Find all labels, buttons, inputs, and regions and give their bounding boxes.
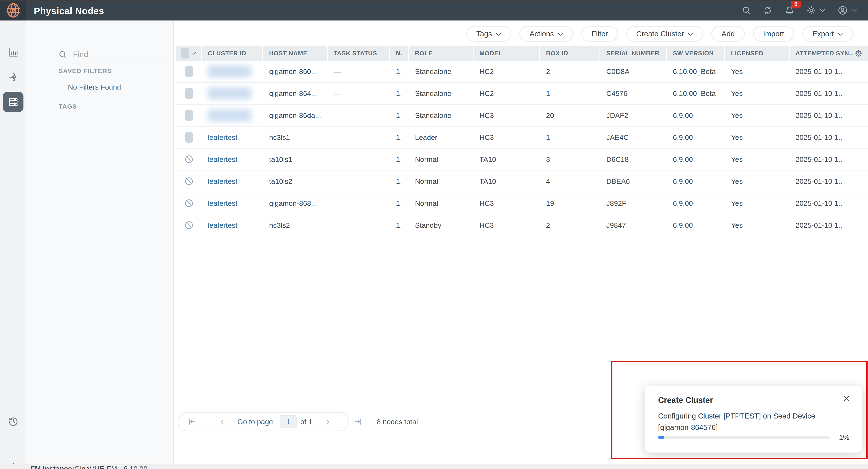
licensed-cell: Yes xyxy=(725,148,789,170)
col-header-n[interactable]: N. xyxy=(390,46,409,61)
cluster-id-link[interactable]: leafertest xyxy=(208,177,238,186)
model-cell: TA10 xyxy=(473,170,540,192)
fm-instance-text: FM Instance:GigaVUE-FM - 6.10.00 xyxy=(30,465,868,469)
history-icon[interactable] xyxy=(0,416,26,427)
physical-nodes-nav-selected[interactable] xyxy=(3,92,24,112)
next-page-button[interactable] xyxy=(324,418,332,426)
row-checkbox[interactable] xyxy=(185,66,193,77)
filter-button[interactable]: Filter xyxy=(581,26,618,42)
role-cell: Standalone xyxy=(409,61,473,82)
serial-number-cell: D6C18 xyxy=(600,148,667,170)
col-header-task-status[interactable]: TASK STATUS xyxy=(328,46,390,61)
blurred-cluster-id[interactable] xyxy=(208,88,251,99)
actions-button[interactable]: Actions xyxy=(519,26,573,42)
n-cell: 1. xyxy=(390,82,409,104)
col-header-serial-number[interactable]: SERIAL NUMBER xyxy=(600,46,667,61)
first-page-button[interactable] xyxy=(187,417,196,426)
notifications-bell-icon[interactable]: 5 xyxy=(785,5,795,15)
model-cell: HC3 xyxy=(473,105,540,126)
host-name-cell: ta10ls1 xyxy=(263,148,328,170)
column-settings-gear-icon[interactable] xyxy=(855,49,863,57)
export-button[interactable]: Export xyxy=(802,26,853,42)
model-cell: HC2 xyxy=(473,82,540,104)
col-header-cluster-id[interactable]: CLUSTER ID xyxy=(202,46,263,61)
toolbar: Tags Actions Filter Create Cluster Add I… xyxy=(466,26,853,42)
blurred-cluster-id[interactable] xyxy=(208,109,251,121)
sw-version-cell: 6.9.00 xyxy=(667,193,725,214)
page-number-input[interactable] xyxy=(280,415,297,429)
chevron-down-icon xyxy=(191,52,196,55)
search-icon[interactable] xyxy=(742,6,751,15)
traffic-split-icon[interactable] xyxy=(0,72,26,82)
n-cell: 1. xyxy=(390,214,409,236)
licensed-cell: Yes xyxy=(725,170,789,192)
box-id-cell: 1 xyxy=(540,127,600,148)
chevron-down-icon xyxy=(838,32,843,36)
box-id-cell: 1 xyxy=(540,82,600,104)
row-checkbox[interactable] xyxy=(185,110,193,121)
serial-number-cell: JAE4C xyxy=(600,127,667,148)
row-checkbox[interactable] xyxy=(185,132,193,143)
cluster-id-link[interactable]: leafertest xyxy=(208,155,238,164)
table-row: gigamon-860... — 1. Standalone HC2 2 C0D… xyxy=(176,61,868,82)
brightness-icon xyxy=(807,6,816,15)
chevron-down-icon xyxy=(558,32,563,36)
attempted-sync-cell: 2025-01-10 1.. xyxy=(789,127,868,148)
previous-page-button[interactable] xyxy=(218,418,226,426)
box-id-cell: 3 xyxy=(540,148,600,170)
import-button[interactable]: Import xyxy=(753,26,794,42)
dashboard-chart-icon[interactable] xyxy=(0,47,26,58)
licensed-cell: Yes xyxy=(725,105,789,126)
task-status-cell: — xyxy=(328,214,390,236)
theme-menu[interactable] xyxy=(807,6,825,15)
ban-icon xyxy=(184,199,194,208)
page-of-label: of 1 xyxy=(300,418,312,426)
refresh-icon[interactable] xyxy=(763,6,772,15)
add-button[interactable]: Add xyxy=(711,26,745,42)
col-header-model[interactable]: MODEL xyxy=(473,46,540,61)
no-filters-text: No Filters Found xyxy=(68,83,121,91)
user-menu[interactable] xyxy=(838,5,857,15)
col-header-attempted-sync[interactable]: ATTEMPTED SYN.. xyxy=(789,46,868,61)
close-icon[interactable] xyxy=(843,395,850,402)
select-all-checkbox[interactable] xyxy=(181,48,189,59)
serial-number-cell: J892F xyxy=(600,193,667,214)
cluster-id-link[interactable]: leafertest xyxy=(208,133,238,141)
page-title: Physical Nodes xyxy=(34,0,104,21)
host-name-cell: gigamon-868... xyxy=(263,193,328,214)
app-logo[interactable] xyxy=(0,0,26,21)
cluster-id-link[interactable]: leafertest xyxy=(208,221,238,229)
select-all-header[interactable] xyxy=(176,46,202,61)
attempted-sync-cell: 2025-01-10 1.. xyxy=(789,61,868,82)
col-header-role[interactable]: ROLE xyxy=(409,46,473,61)
tags-button[interactable]: Tags xyxy=(466,26,512,42)
saved-filters-heading: SAVED FILTERS xyxy=(59,67,112,74)
fm-instance-label: FM Instance: xyxy=(30,465,74,469)
licensed-cell: Yes xyxy=(725,127,789,148)
create-cluster-button[interactable]: Create Cluster xyxy=(626,26,704,42)
user-avatar-icon xyxy=(838,5,848,15)
n-cell: 1. xyxy=(390,61,409,82)
last-page-button[interactable] xyxy=(354,417,363,426)
task-status-cell: — xyxy=(328,193,390,214)
serial-number-cell: J9847 xyxy=(600,214,667,236)
table-row: gigamon-86da... — 1. Standalone HC3 20 J… xyxy=(176,105,868,127)
sw-version-cell: 6.9.00 xyxy=(667,214,725,236)
table-header-row: CLUSTER ID HOST NAME TASK STATUS N. ROLE… xyxy=(176,46,868,61)
find-input[interactable] xyxy=(73,50,162,59)
col-header-host-name[interactable]: HOST NAME xyxy=(263,46,328,61)
row-checkbox[interactable] xyxy=(185,88,193,99)
role-cell: Standby xyxy=(409,214,473,236)
col-header-box-id[interactable]: BOX ID xyxy=(540,46,600,61)
top-bar: Physical Nodes 5 xyxy=(0,0,868,21)
sw-version-cell: 6.10.00_Beta xyxy=(667,82,725,104)
n-cell: 1. xyxy=(390,148,409,170)
col-header-sw-version[interactable]: SW VERSION xyxy=(667,46,725,61)
blurred-cluster-id[interactable] xyxy=(208,66,251,77)
box-id-cell: 4 xyxy=(540,170,600,192)
model-cell: HC2 xyxy=(473,61,540,82)
cluster-id-link[interactable]: leafertest xyxy=(208,199,238,207)
task-status-cell: — xyxy=(328,148,390,170)
globe-icon xyxy=(5,2,21,19)
col-header-licensed[interactable]: LICENSED xyxy=(725,46,789,61)
